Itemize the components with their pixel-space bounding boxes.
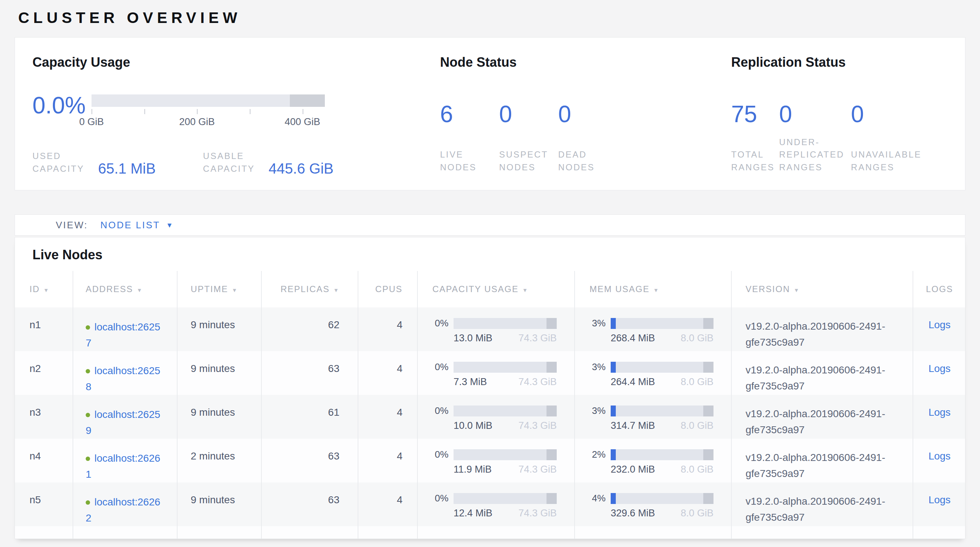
- column-header-uptime[interactable]: UPTIME▼: [177, 271, 261, 307]
- capacity-percent: 0%: [425, 318, 449, 329]
- table-row: n5 localhost:26262 9 minutes 63 4 0% 12.…: [15, 482, 965, 526]
- axis-tick: [92, 109, 92, 114]
- cell-replicas: 63: [261, 439, 358, 482]
- sort-arrow-icon: ▼: [653, 287, 660, 293]
- capacity-bar-usable-segment: [92, 94, 290, 107]
- unavailable-ranges-count: 0: [851, 102, 948, 126]
- capacity-percent: 0%: [425, 493, 449, 504]
- column-header-replicas[interactable]: REPLICAS▼: [261, 271, 358, 307]
- column-header-mem-usage[interactable]: MEM USAGE▼: [574, 271, 731, 307]
- cell-cpus: 4: [358, 307, 417, 351]
- mem-total-value: 8.0 GiB: [681, 332, 713, 344]
- column-header-label: VERSION: [746, 284, 790, 294]
- cell-cpus: 4: [358, 351, 417, 395]
- view-selected-value: NODE LIST: [100, 219, 160, 231]
- mem-usage-bar: [611, 449, 713, 460]
- column-header-label: CAPACITY USAGE: [433, 284, 519, 294]
- column-header-logs: LOGS: [913, 271, 966, 307]
- logs-link[interactable]: Logs: [929, 494, 951, 506]
- mem-used-value: 329.6 MiB: [611, 507, 655, 519]
- capacity-usage-bar: [453, 362, 557, 373]
- axis-tick-label: 200 GiB: [179, 116, 215, 128]
- address-link[interactable]: localhost:26262: [86, 494, 164, 526]
- mem-used-value: 264.4 MiB: [611, 376, 655, 388]
- node-live-icon: [86, 325, 90, 330]
- bar-fill: [611, 493, 616, 504]
- address-link[interactable]: localhost:26258: [86, 363, 164, 395]
- used-capacity-stat: USED CAPACITY 65.1 MiB: [32, 150, 156, 175]
- mem-total-value: 8.0 GiB: [681, 507, 713, 519]
- capacity-percent: 0%: [425, 405, 449, 417]
- view-selector-dropdown[interactable]: NODE LIST ▼: [100, 219, 173, 231]
- sort-arrow-icon: ▼: [522, 287, 529, 293]
- axis-tick: [302, 109, 303, 114]
- address-link[interactable]: localhost:26261: [86, 450, 164, 482]
- cell-uptime: 2 minutes: [177, 439, 261, 482]
- cell-logs: Logs: [913, 351, 966, 395]
- table-row: n2 localhost:26258 9 minutes 63 4 0% 7.3…: [15, 351, 965, 395]
- bar-fill: [611, 318, 616, 329]
- cell-mem-usage: 3% 314.7 MiB8.0 GiB: [574, 395, 731, 439]
- node-status-panel: Node Status 6 LIVE NODES 0 SUSPECT NODES…: [440, 38, 731, 190]
- column-header-label: ID: [30, 284, 40, 294]
- column-header-id[interactable]: ID▼: [15, 271, 73, 307]
- cell-address: localhost:26259: [73, 395, 177, 439]
- total-ranges-label: TOTAL RANGES: [731, 148, 779, 174]
- capacity-total-value: 74.3 GiB: [519, 332, 557, 344]
- table-row: n1 localhost:26257 9 minutes 62 4 0% 13.…: [15, 307, 965, 351]
- capacity-usage-bar: [453, 405, 557, 417]
- column-header-address[interactable]: ADDRESS▼: [73, 271, 177, 307]
- axis-tick: [145, 109, 145, 114]
- logs-link[interactable]: Logs: [929, 407, 951, 418]
- column-header-capacity-usage[interactable]: CAPACITY USAGE▼: [417, 271, 574, 307]
- node-live-icon: [86, 369, 90, 374]
- mem-total-value: 8.0 GiB: [681, 420, 713, 431]
- address-link[interactable]: localhost:26257: [86, 319, 164, 351]
- table-row-partial: [15, 526, 965, 539]
- logs-link[interactable]: Logs: [929, 319, 951, 331]
- total-ranges-stat: 75 TOTAL RANGES: [731, 102, 779, 174]
- capacity-total-value: 74.3 GiB: [519, 420, 557, 431]
- cell-replicas: 61: [261, 395, 358, 439]
- column-header-cpus: CPUS: [358, 271, 417, 307]
- view-label: VIEW:: [56, 219, 88, 231]
- cluster-overview-page: CLUSTER OVERVIEW Capacity Usage 0.0%: [0, 0, 980, 539]
- column-header-label: MEM USAGE: [590, 284, 650, 294]
- under-replicated-ranges-count: 0: [779, 102, 851, 126]
- cell-cpus: 4: [358, 439, 417, 482]
- cell-mem-usage: 2% 232.0 MiB8.0 GiB: [574, 439, 731, 482]
- axis-tick: [197, 109, 197, 114]
- capacity-used-percent: 0.0%: [32, 94, 92, 117]
- capacity-axis-ticks: [92, 107, 325, 115]
- cell-node-id: n3: [15, 395, 73, 439]
- cell-logs: Logs: [913, 439, 966, 482]
- capacity-used-value: 13.0 MiB: [453, 332, 493, 344]
- logs-link[interactable]: Logs: [929, 450, 951, 462]
- mem-usage-bar: [611, 493, 713, 504]
- capacity-usage-title: Capacity Usage: [32, 54, 440, 70]
- address-text: localhost:26262: [86, 496, 161, 524]
- live-nodes-card: Live Nodes ID▼ ADDRESS▼ UPTIME▼ REPLICAS…: [14, 237, 966, 539]
- logs-link[interactable]: Logs: [929, 363, 951, 374]
- address-text: localhost:26258: [86, 365, 161, 393]
- cell-uptime: 9 minutes: [177, 351, 261, 395]
- capacity-used-value: 10.0 MiB: [453, 420, 493, 431]
- address-link[interactable]: localhost:26259: [86, 407, 164, 439]
- cell-version: v19.2.0-alpha.20190606-2491-gfe735c9a97: [731, 482, 913, 526]
- column-header-version[interactable]: VERSION▼: [731, 271, 913, 307]
- under-replicated-ranges-stat: 0 UNDER-REPLICATED RANGES: [779, 102, 851, 174]
- cell-replicas: 63: [261, 351, 358, 395]
- cell-version: v19.2.0-alpha.20190606-2491-gfe735c9a97: [731, 351, 913, 395]
- page-title: CLUSTER OVERVIEW: [18, 10, 966, 26]
- unavailable-ranges-stat: 0 UNAVAILABLE RANGES: [851, 102, 948, 174]
- dropdown-caret-icon: ▼: [166, 221, 173, 229]
- under-replicated-ranges-label: UNDER-REPLICATED RANGES: [779, 136, 851, 174]
- bar-reserved-segment: [547, 449, 557, 460]
- cell-address: localhost:26261: [73, 439, 177, 482]
- node-status-title: Node Status: [440, 54, 731, 70]
- capacity-used-value: 7.3 MiB: [453, 376, 487, 388]
- sort-arrow-icon: ▼: [232, 287, 238, 293]
- mem-percent: 3%: [582, 405, 606, 417]
- cell-uptime: 9 minutes: [177, 395, 261, 439]
- cell-cpus: 4: [358, 482, 417, 526]
